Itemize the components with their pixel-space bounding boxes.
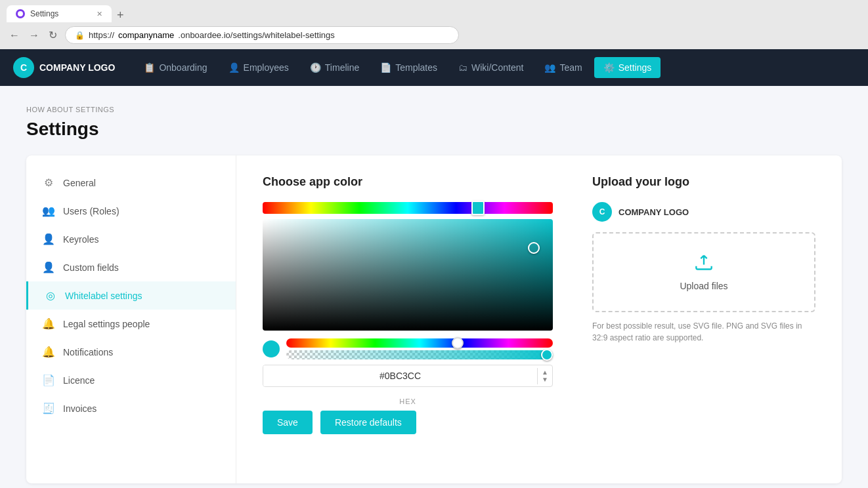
reload-button[interactable]: ↻: [46, 28, 60, 43]
restore-defaults-button[interactable]: Restore defaults: [320, 411, 416, 434]
hue-bar[interactable]: [263, 202, 553, 214]
back-button[interactable]: ←: [7, 28, 22, 43]
nav-item-onboarding[interactable]: 📋 Onboarding: [135, 57, 216, 78]
sidebar-label-licence: Licence: [63, 375, 95, 386]
action-buttons: Save Restore defaults: [263, 411, 553, 434]
invoices-icon: 🧾: [42, 402, 55, 415]
onboarding-icon: 📋: [144, 62, 155, 73]
logo-circle: C: [13, 57, 34, 78]
address-bar-row: ← → ↻ 🔒 https://companyname.onboardee.io…: [0, 22, 868, 49]
browser-tab[interactable]: Settings ✕: [7, 5, 112, 22]
nav-items: 📋 Onboarding 👤 Employees 🕐 Timeline 📄 Te…: [135, 57, 855, 78]
nav-item-settings[interactable]: ⚙️ Settings: [594, 57, 661, 78]
logo-preview-text: COMPANY LOGO: [618, 207, 689, 217]
sidebar-label-invoices: Invoices: [63, 403, 97, 414]
lock-icon: 🔒: [75, 31, 85, 40]
sidebar-label-notifications: Notifications: [63, 347, 113, 357]
rainbow-thumb[interactable]: [452, 337, 464, 349]
color-picker-section: Choose app color: [263, 175, 553, 464]
templates-icon: 📄: [380, 62, 391, 73]
legal-settings-icon: 🔔: [42, 317, 55, 330]
hex-arrow-up[interactable]: ▲: [542, 369, 548, 376]
app-navbar: C COMPANY LOGO 📋 Onboarding 👤 Employees …: [0, 49, 868, 86]
hex-arrows: ▲ ▼: [537, 368, 552, 384]
nav-item-employees[interactable]: 👤 Employees: [219, 57, 298, 78]
new-tab-button[interactable]: +: [113, 9, 128, 22]
sidebar-item-notifications[interactable]: 🔔 Notifications: [26, 338, 236, 366]
timeline-icon: 🕐: [310, 62, 321, 73]
sidebar-item-general[interactable]: ⚙ General: [26, 169, 236, 197]
logo-preview-circle: C: [592, 202, 612, 222]
sidebar-label-users-roles: Users (Roles): [63, 206, 119, 216]
sidebar-item-licence[interactable]: 📄 Licence: [26, 366, 236, 394]
gradient-thumb[interactable]: [528, 242, 540, 254]
hex-arrow-down[interactable]: ▼: [542, 376, 548, 383]
whitelabel-icon: ◎: [44, 289, 57, 302]
sidebar-item-users-roles[interactable]: 👥 Users (Roles): [26, 197, 236, 225]
color-gradient[interactable]: [263, 219, 553, 331]
nav-label-onboarding: Onboarding: [159, 62, 207, 73]
hue-thumb[interactable]: [471, 201, 485, 215]
hex-input[interactable]: [263, 365, 537, 386]
opacity-slider[interactable]: [286, 350, 553, 359]
team-icon: 👥: [544, 62, 555, 73]
color-preview-dot: [263, 340, 280, 357]
nav-item-timeline[interactable]: 🕐 Timeline: [301, 57, 368, 78]
wiki-icon: 🗂: [458, 62, 467, 73]
nav-item-team[interactable]: 👥 Team: [535, 57, 591, 78]
users-roles-icon: 👥: [42, 205, 55, 217]
page-subtitle: HOW ABOUT SETTINGS: [26, 106, 842, 113]
notifications-icon: 🔔: [42, 346, 55, 358]
page-title: Settings: [26, 119, 842, 140]
general-icon: ⚙: [42, 176, 55, 189]
nav-label-templates: Templates: [395, 62, 437, 73]
upload-label: Upload files: [680, 281, 727, 291]
save-button[interactable]: Save: [263, 411, 313, 434]
sidebar-item-whitelabel[interactable]: ◎ Whitelabel settings: [26, 281, 236, 310]
slider-stack: [286, 338, 553, 359]
nav-label-wiki: Wiki/Content: [471, 62, 523, 73]
tab-close-button[interactable]: ✕: [97, 10, 102, 18]
nav-item-wiki[interactable]: 🗂 Wiki/Content: [449, 57, 532, 78]
sidebar-label-keyroles: Keyroles: [63, 234, 98, 245]
keyroles-icon: 👤: [42, 233, 55, 245]
sidebar-item-invoices[interactable]: 🧾 Invoices: [26, 394, 236, 422]
page-content: HOW ABOUT SETTINGS Settings ⚙ General 👥 …: [0, 86, 868, 488]
rainbow-slider[interactable]: [286, 338, 553, 348]
url-suffix: .onboardee.io/settings/whitelabel-settin…: [178, 30, 334, 40]
main-card: ⚙ General 👥 Users (Roles) 👤 Keyroles 👤 C…: [26, 155, 842, 483]
hex-label: HEX: [263, 397, 553, 405]
licence-icon: 📄: [42, 374, 55, 386]
upload-title: Upload your logo: [592, 175, 815, 189]
employees-icon: 👤: [228, 62, 240, 73]
nav-item-templates[interactable]: 📄 Templates: [371, 57, 446, 78]
hex-input-row: ▲ ▼: [263, 365, 553, 387]
svg-point-0: [18, 11, 23, 16]
upload-logo-section: Upload your logo C COMPANY LOGO Upload f…: [592, 175, 815, 464]
nav-label-timeline: Timeline: [325, 62, 359, 73]
forward-button[interactable]: →: [26, 28, 42, 43]
address-bar[interactable]: 🔒 https://companyname.onboardee.io/setti…: [65, 26, 459, 44]
tab-title: Settings: [30, 9, 58, 18]
sliders-row: [263, 338, 553, 359]
settings-content: Choose app color: [236, 155, 842, 483]
sidebar-item-keyroles[interactable]: 👤 Keyroles: [26, 225, 236, 253]
company-logo: C COMPANY LOGO: [13, 57, 115, 78]
opacity-thumb[interactable]: [541, 349, 553, 361]
color-picker-title: Choose app color: [263, 175, 553, 189]
nav-label-team: Team: [559, 62, 582, 73]
upload-box[interactable]: Upload files: [592, 232, 815, 312]
logo-text: COMPANY LOGO: [39, 62, 115, 73]
nav-label-employees: Employees: [244, 62, 289, 73]
sidebar-label-custom-fields: Custom fields: [63, 262, 119, 273]
sidebar-label-general: General: [63, 178, 96, 188]
sidebar-item-custom-fields[interactable]: 👤 Custom fields: [26, 253, 236, 281]
upload-hint: For best possible result, use SVG file. …: [592, 320, 815, 344]
settings-icon: ⚙️: [603, 62, 615, 73]
sidebar-label-whitelabel: Whitelabel settings: [65, 291, 142, 301]
logo-preview: C COMPANY LOGO: [592, 202, 815, 222]
sidebar-item-legal-settings[interactable]: 🔔 Legal settings people: [26, 310, 236, 338]
url-highlight: companyname: [118, 30, 174, 40]
nav-label-settings: Settings: [618, 62, 652, 73]
upload-icon: [695, 253, 713, 275]
